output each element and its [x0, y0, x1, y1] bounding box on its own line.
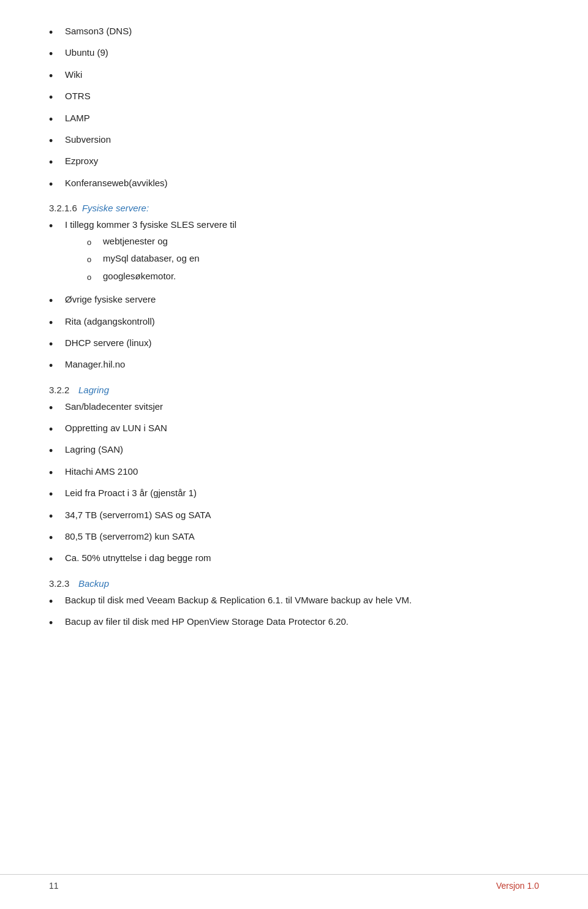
section-header: 3.2.2 Lagring: [49, 385, 539, 395]
section-3-2-3: 3.2.3 Backup • Backup til disk med Veeam…: [49, 578, 539, 631]
sub-list-item: o webtjenester og: [65, 235, 539, 249]
list-item: • Ca. 50% utnyttelse i dag begge rom: [49, 551, 539, 567]
list-item: • Bacup av filer til disk med HP OpenVie…: [49, 615, 539, 630]
item-text: Øvrige fysiske servere: [65, 293, 539, 307]
section-321-6-list: • I tillegg kommer 3 fysiske SLES server…: [49, 218, 539, 287]
bullet-icon: •: [49, 466, 60, 480]
item-text: Manager.hil.no: [65, 358, 539, 372]
sub-bullet-icon: o: [87, 271, 98, 284]
bullet-icon: •: [49, 423, 60, 437]
item-text: Subversion: [65, 133, 539, 147]
bullet-icon: •: [49, 595, 60, 609]
item-text: San/bladecenter svitsjer: [65, 400, 539, 414]
list-item: • Øvrige fysiske servere: [49, 293, 539, 308]
section-number: 3.2.3: [49, 578, 74, 589]
section-3-2-1-6: 3.2.1.6 Fysiske servere: • I tillegg kom…: [49, 203, 539, 287]
list-item: • Leid fra Proact i 3 år (gjenstår 1): [49, 486, 539, 502]
bullet-icon: •: [49, 553, 60, 567]
version-label: Versjon 1.0: [496, 881, 539, 891]
list-item: • 34,7 TB (serverrom1) SAS og SATA: [49, 508, 539, 524]
bullet-icon: •: [49, 47, 60, 61]
bullet-icon: •: [49, 488, 60, 502]
item-text: Rita (adgangskontroll): [65, 315, 539, 329]
bullet-icon: •: [49, 338, 60, 352]
bullet-icon: •: [49, 616, 60, 630]
section-number: 3.2.2: [49, 385, 74, 395]
list-item: • Rita (adgangskontroll): [49, 315, 539, 330]
bullet-icon: •: [49, 401, 60, 415]
sub-item-text: webtjenester og: [103, 235, 168, 249]
list-item: • Samson3 (DNS): [49, 25, 539, 40]
sub-item-text: googlesøkemotor.: [103, 270, 176, 284]
bullet-icon: •: [49, 69, 60, 83]
list-item: • San/bladecenter svitsjer: [49, 400, 539, 415]
bullet-icon: •: [49, 531, 60, 545]
footer: 11 Versjon 1.0: [0, 874, 588, 891]
item-text: Bacup av filer til disk med HP OpenView …: [65, 615, 539, 629]
list-item: • Hitachi AMS 2100: [49, 465, 539, 480]
bullet-icon: •: [49, 113, 60, 127]
list-item: • Manager.hil.no: [49, 358, 539, 373]
list-item: • DHCP servere (linux): [49, 336, 539, 352]
sub-bullet-icon: o: [87, 236, 98, 249]
list-item: • LAMP: [49, 111, 539, 127]
top-bullet-list: • Samson3 (DNS) • Ubuntu (9) • Wiki • OT…: [49, 25, 539, 192]
item-text: Konferanseweb(avvikles): [65, 176, 539, 190]
item-text: Ezproxy: [65, 154, 539, 168]
item-text: Oppretting av LUN i SAN: [65, 421, 539, 436]
item-text: 80,5 TB (serverrom2) kun SATA: [65, 530, 539, 544]
item-text: Backup til disk med Veeam Backup & Repli…: [65, 594, 539, 608]
section-header: 3.2.3 Backup: [49, 578, 539, 589]
item-text: Wiki: [65, 68, 539, 82]
list-item: • Ubuntu (9): [49, 46, 539, 61]
bullet-icon: •: [49, 219, 60, 233]
physical-bullet-list: • Øvrige fysiske servere • Rita (adgangs…: [49, 293, 539, 374]
list-item: • Ezproxy: [49, 154, 539, 170]
bullet-icon: •: [49, 156, 60, 170]
section-title: Lagring: [78, 385, 109, 395]
page-number: 11: [49, 881, 59, 891]
item-text: Lagring (SAN): [65, 443, 539, 457]
bullet-icon: •: [49, 294, 60, 308]
bullet-icon: •: [49, 26, 60, 40]
list-item: • Konferanseweb(avvikles): [49, 176, 539, 192]
section-title: Fysiske servere:: [82, 203, 149, 213]
item-text: I tillegg kommer 3 fysiske SLES servere …: [65, 218, 539, 287]
bullet-icon: •: [49, 316, 60, 330]
item-text: Hitachi AMS 2100: [65, 465, 539, 479]
lagring-list: • San/bladecenter svitsjer • Oppretting …: [49, 400, 539, 567]
item-text: Samson3 (DNS): [65, 25, 539, 39]
list-item: • OTRS: [49, 89, 539, 105]
sub-item-text: mySql databaser, og en: [103, 252, 200, 266]
item-text: LAMP: [65, 111, 539, 126]
list-item: • Oppretting av LUN i SAN: [49, 421, 539, 437]
bullet-icon: •: [49, 444, 60, 458]
section-number: 3.2.1.6: [49, 203, 77, 213]
section-header: 3.2.1.6 Fysiske servere:: [49, 203, 539, 213]
list-item: • 80,5 TB (serverrom2) kun SATA: [49, 530, 539, 545]
bullet-icon: •: [49, 359, 60, 373]
list-item: • Lagring (SAN): [49, 443, 539, 458]
item-text: OTRS: [65, 89, 539, 104]
list-item: • Wiki: [49, 68, 539, 83]
item-text: Ubuntu (9): [65, 46, 539, 60]
list-item: • I tillegg kommer 3 fysiske SLES server…: [49, 218, 539, 287]
bullet-icon: •: [49, 134, 60, 148]
item-text: 34,7 TB (serverrom1) SAS og SATA: [65, 508, 539, 522]
list-item: • Backup til disk med Veeam Backup & Rep…: [49, 594, 539, 609]
item-text: DHCP servere (linux): [65, 336, 539, 350]
sub-list-item: o googlesøkemotor.: [65, 270, 539, 284]
sub-list: o webtjenester og o mySql databaser, og …: [65, 235, 539, 284]
sub-list-item: o mySql databaser, og en: [65, 252, 539, 266]
item-text: Leid fra Proact i 3 år (gjenstår 1): [65, 486, 539, 500]
item-text: Ca. 50% utnyttelse i dag begge rom: [65, 551, 539, 565]
bullet-icon: •: [49, 510, 60, 524]
list-item: • Subversion: [49, 133, 539, 148]
section-title: Backup: [78, 578, 109, 589]
sub-bullet-icon: o: [87, 254, 98, 266]
bullet-icon: •: [49, 178, 60, 192]
bullet-icon: •: [49, 91, 60, 105]
page-content: • Samson3 (DNS) • Ubuntu (9) • Wiki • OT…: [0, 0, 588, 686]
backup-list: • Backup til disk med Veeam Backup & Rep…: [49, 594, 539, 631]
section-3-2-2: 3.2.2 Lagring • San/bladecenter svitsjer…: [49, 385, 539, 567]
